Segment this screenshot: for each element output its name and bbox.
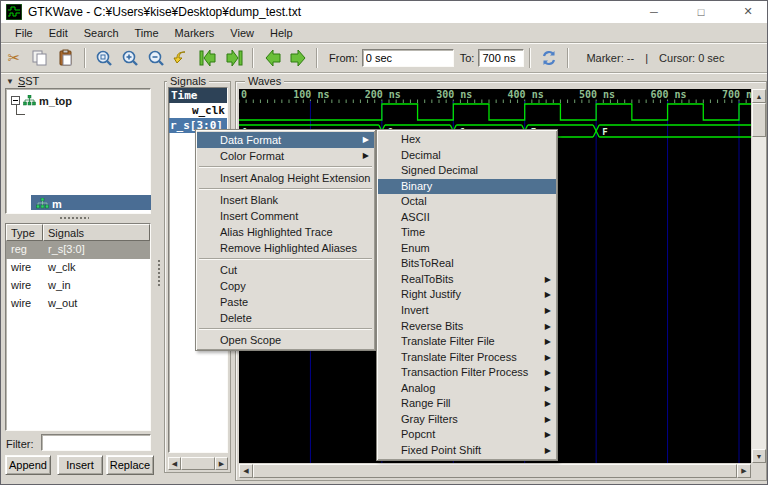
cut-button[interactable]: ✂ bbox=[2, 46, 26, 70]
zoom-to-end-button[interactable] bbox=[222, 46, 246, 70]
menu-item-paste[interactable]: Paste bbox=[197, 294, 374, 310]
column-header-signals[interactable]: Signals bbox=[43, 224, 150, 241]
copy-button[interactable] bbox=[28, 46, 52, 70]
reload-icon bbox=[540, 49, 558, 67]
menu-item-right-justify[interactable]: Right Justify▶ bbox=[378, 287, 556, 303]
zoom-out-button[interactable] bbox=[144, 46, 168, 70]
append-button[interactable]: Append bbox=[5, 455, 51, 475]
sst-signal-table: Type Signals reg r_s[3:0] wire w_clk wir… bbox=[5, 223, 151, 431]
signals-time-header[interactable]: Time bbox=[169, 88, 227, 103]
submenu-arrow-icon: ▶ bbox=[363, 148, 369, 164]
menu-item-ascii[interactable]: ASCII bbox=[378, 210, 556, 226]
to-input[interactable] bbox=[478, 49, 524, 67]
app-icon bbox=[6, 4, 22, 20]
menu-item-octal[interactable]: Octal bbox=[378, 194, 556, 210]
table-row[interactable]: wire w_clk bbox=[6, 259, 150, 277]
menu-view[interactable]: View bbox=[222, 24, 262, 42]
paste-button[interactable] bbox=[54, 46, 78, 70]
reload-button[interactable] bbox=[537, 46, 561, 70]
signals-hscrollbar[interactable]: ◀ ▶ bbox=[168, 457, 228, 470]
menu-item-invert[interactable]: Invert▶ bbox=[378, 303, 556, 319]
menu-item-insert-comment[interactable]: Insert Comment bbox=[197, 208, 374, 224]
collapse-expander-icon[interactable] bbox=[11, 96, 20, 105]
menu-item-binary[interactable]: Binary bbox=[378, 179, 556, 195]
scroll-up-icon[interactable]: ▲ bbox=[752, 89, 766, 103]
menu-item-insert-blank[interactable]: Insert Blank bbox=[197, 192, 374, 208]
shift-right-button[interactable] bbox=[286, 46, 310, 70]
zoom-out-icon bbox=[147, 49, 166, 68]
menu-item-signed-decimal[interactable]: Signed Decimal bbox=[378, 163, 556, 179]
signals-frame-label: Signals bbox=[167, 75, 209, 87]
menu-edit[interactable]: Edit bbox=[41, 24, 76, 42]
cut-icon: ✂ bbox=[8, 49, 21, 67]
menu-item-hex[interactable]: Hex bbox=[378, 132, 556, 148]
close-button[interactable]: ✕ bbox=[728, 1, 768, 22]
menu-item-fixed-point-shift[interactable]: Fixed Point Shift▶ bbox=[378, 443, 556, 459]
zoom-fit-button[interactable] bbox=[92, 46, 116, 70]
menu-item-open-scope[interactable]: Open Scope bbox=[197, 332, 374, 348]
menu-time[interactable]: Time bbox=[127, 24, 167, 42]
scrollbar-thumb[interactable] bbox=[752, 103, 766, 137]
menu-item-realtobits[interactable]: RealToBits▶ bbox=[378, 272, 556, 288]
menu-item-copy[interactable]: Copy bbox=[197, 278, 374, 294]
menu-item-delete[interactable]: Delete bbox=[197, 310, 374, 326]
table-row[interactable]: wire w_in bbox=[6, 277, 150, 295]
column-header-type[interactable]: Type bbox=[6, 224, 43, 241]
menu-item-enum[interactable]: Enum bbox=[378, 241, 556, 257]
title-bar[interactable]: GTKWave - C:¥Users¥kise¥Desktop¥dump_tes… bbox=[1, 1, 767, 23]
tree-item-m[interactable]: m bbox=[31, 195, 151, 210]
scroll-right-icon[interactable]: ▶ bbox=[737, 464, 751, 478]
submenu-arrow-icon: ▶ bbox=[545, 350, 551, 366]
gtkwave-window: GTKWave - C:¥Users¥kise¥Desktop¥dump_tes… bbox=[0, 0, 768, 485]
menu-item-insert-analog-height-extension[interactable]: Insert Analog Height Extension bbox=[197, 170, 374, 186]
from-input[interactable] bbox=[362, 49, 454, 67]
scroll-right-icon[interactable]: ▶ bbox=[215, 457, 228, 470]
zoom-undo-button[interactable] bbox=[170, 46, 194, 70]
marker-value: Marker: -- bbox=[586, 52, 634, 64]
sst-splitter-handle[interactable] bbox=[59, 216, 89, 220]
waves-vscrollbar[interactable]: ▲ ▼ bbox=[752, 89, 766, 463]
menu-item-gray-filters[interactable]: Gray Filters▶ bbox=[378, 412, 556, 428]
menu-item-reverse-bits[interactable]: Reverse Bits▶ bbox=[378, 319, 556, 335]
menu-item-translate-filter-file[interactable]: Translate Filter File▶ bbox=[378, 334, 556, 350]
table-row[interactable]: reg r_s[3:0] bbox=[6, 241, 150, 259]
table-row[interactable]: wire w_out bbox=[6, 295, 150, 313]
waves-hscrollbar[interactable]: ◀ ▶ bbox=[239, 464, 751, 478]
replace-button[interactable]: Replace bbox=[106, 455, 154, 475]
signal-item-wclk[interactable]: w_clk bbox=[169, 103, 227, 118]
menu-item-translate-filter-process[interactable]: Translate Filter Process▶ bbox=[378, 350, 556, 366]
signal-type: wire bbox=[6, 295, 42, 313]
menu-item-alias-highlighted-trace[interactable]: Alias Highlighted Trace bbox=[197, 224, 374, 240]
menu-markers[interactable]: Markers bbox=[167, 24, 223, 42]
minimize-button[interactable]: ─ bbox=[634, 1, 674, 22]
pane-splitter-handle[interactable] bbox=[157, 259, 161, 287]
scroll-down-icon[interactable]: ▼ bbox=[752, 449, 766, 463]
insert-button[interactable]: Insert bbox=[57, 455, 103, 475]
menu-item-color-format[interactable]: Color Format▶ bbox=[197, 148, 374, 164]
zoom-fit-icon bbox=[95, 49, 114, 68]
menu-item-decimal[interactable]: Decimal bbox=[378, 148, 556, 164]
menu-file[interactable]: File bbox=[7, 24, 41, 42]
sst-header[interactable]: ▼ SST bbox=[6, 75, 39, 87]
tree-item-m-top[interactable]: m_top bbox=[11, 93, 72, 108]
menu-item-analog[interactable]: Analog▶ bbox=[378, 381, 556, 397]
scrollbar-thumb[interactable] bbox=[253, 464, 737, 478]
maximize-button[interactable]: □ bbox=[681, 1, 721, 22]
menu-item-cut[interactable]: Cut bbox=[197, 262, 374, 278]
scrollbar-thumb[interactable] bbox=[181, 457, 215, 470]
scroll-left-icon[interactable]: ◀ bbox=[239, 464, 253, 478]
zoom-to-start-button[interactable] bbox=[196, 46, 220, 70]
menu-item-time[interactable]: Time bbox=[378, 225, 556, 241]
menu-item-remove-highlighted-aliases[interactable]: Remove Highlighted Aliases bbox=[197, 240, 374, 256]
menu-item-data-format[interactable]: Data Format▶ bbox=[197, 132, 374, 148]
menu-item-transaction-filter-process[interactable]: Transaction Filter Process▶ bbox=[378, 365, 556, 381]
menu-item-popcnt[interactable]: Popcnt▶ bbox=[378, 427, 556, 443]
zoom-in-button[interactable] bbox=[118, 46, 142, 70]
shift-left-button[interactable] bbox=[260, 46, 284, 70]
menu-item-bitstoreal[interactable]: BitsToReal bbox=[378, 256, 556, 272]
menu-search[interactable]: Search bbox=[76, 24, 127, 42]
filter-input[interactable] bbox=[41, 434, 151, 451]
menu-help[interactable]: Help bbox=[262, 24, 301, 42]
scroll-left-icon[interactable]: ◀ bbox=[168, 457, 181, 470]
menu-item-range-fill[interactable]: Range Fill▶ bbox=[378, 396, 556, 412]
